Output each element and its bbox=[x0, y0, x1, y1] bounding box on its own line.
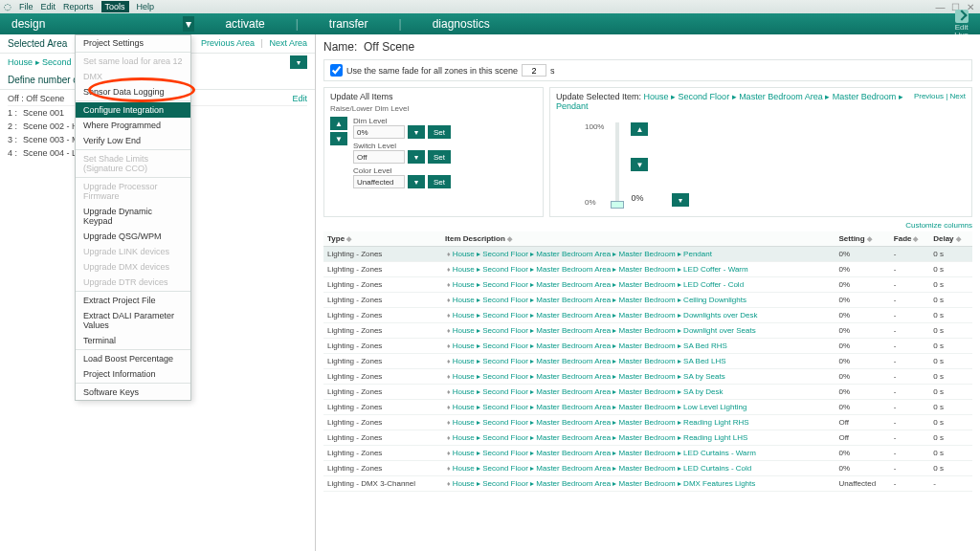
table-row[interactable]: Lighting - Zones♦House ▸ Second Floor ▸ … bbox=[323, 461, 972, 476]
bulb-icon: ♦ bbox=[445, 480, 453, 487]
app-icon: ◌ bbox=[4, 2, 11, 11]
area-dropdown[interactable]: ▾ bbox=[290, 55, 307, 69]
tools-menu-item[interactable]: Extract DALI Parameter Values bbox=[76, 308, 190, 333]
tools-menu-item[interactable]: Upgrade QSG/WPM bbox=[76, 229, 190, 244]
bulb-icon: ♦ bbox=[445, 266, 453, 273]
dim-level-label: Dim Level bbox=[353, 117, 399, 125]
tools-menu-item: Upgrade DMX devices bbox=[76, 259, 190, 275]
selected-area-label: Selected Area bbox=[8, 38, 67, 49]
table-row[interactable]: Lighting - Zones♦House ▸ Second Floor ▸ … bbox=[323, 354, 972, 369]
color-dropdown[interactable]: ▾ bbox=[408, 175, 425, 188]
tools-menu-item[interactable]: Upgrade Dynamic Keypad bbox=[76, 204, 190, 229]
tools-menu-item[interactable]: Where Programmed bbox=[76, 118, 190, 133]
menu-reports[interactable]: Reports bbox=[63, 2, 94, 11]
tools-menu-item[interactable]: Project Settings bbox=[76, 35, 190, 51]
prev-item-link[interactable]: Previous bbox=[914, 92, 944, 100]
design-dropdown[interactable]: ▾ bbox=[183, 16, 194, 32]
slider-lower-button[interactable]: ▼ bbox=[631, 158, 648, 171]
left-panel: Selected Area Previous Area | Next Area … bbox=[0, 34, 316, 551]
tools-menu-item[interactable]: Configure Integration bbox=[76, 102, 190, 118]
switch-level-select[interactable]: Off bbox=[353, 150, 405, 164]
dim-dropdown[interactable]: ▾ bbox=[408, 125, 425, 139]
menu-help[interactable]: Help bbox=[137, 2, 155, 11]
switch-level-label: Switch Level bbox=[353, 142, 399, 150]
table-row[interactable]: Lighting - Zones♦House ▸ Second Floor ▸ … bbox=[323, 385, 972, 400]
menu-edit[interactable]: Edit bbox=[41, 2, 56, 11]
switch-dropdown[interactable]: ▾ bbox=[408, 150, 425, 164]
slider-thumb[interactable] bbox=[611, 201, 624, 209]
next-area-link[interactable]: Next Area bbox=[269, 38, 307, 48]
tab-diagnostics[interactable]: diagnostics bbox=[433, 17, 490, 31]
level-slider[interactable] bbox=[615, 122, 619, 207]
area-breadcrumb[interactable]: House ▸ Second bbox=[8, 57, 72, 67]
bulb-icon: ♦ bbox=[445, 419, 453, 426]
prev-area-link[interactable]: Previous Area bbox=[201, 38, 255, 48]
bulb-icon: ♦ bbox=[445, 358, 453, 364]
update-all-title: Update All Items bbox=[330, 92, 537, 101]
update-selected-title: Update Selected Item: bbox=[556, 92, 641, 101]
col-fade[interactable]: Fade◆ bbox=[890, 231, 929, 247]
table-row[interactable]: Lighting - DMX 3-Channel♦House ▸ Second … bbox=[323, 476, 972, 492]
scene-off[interactable]: Off : Off Scene bbox=[8, 94, 64, 103]
bulb-icon: ♦ bbox=[445, 312, 453, 319]
tools-menu-item[interactable]: Project Information bbox=[76, 366, 190, 382]
col-delay[interactable]: Delay◆ bbox=[929, 231, 972, 247]
bulb-icon: ♦ bbox=[445, 342, 453, 349]
main-panel: Name: Off Scene Use the same fade for al… bbox=[316, 34, 980, 551]
same-fade-row: Use the same fade for all zones in this … bbox=[323, 59, 972, 81]
tools-menu-item[interactable]: Software Keys bbox=[76, 385, 190, 400]
col-type[interactable]: Type◆ bbox=[323, 231, 441, 247]
table-row[interactable]: Lighting - Zones♦House ▸ Second Floor ▸ … bbox=[323, 323, 972, 339]
table-row[interactable]: Lighting - Zones♦House ▸ Second Floor ▸ … bbox=[323, 430, 972, 446]
tools-menu-item[interactable]: Verify Low End bbox=[76, 133, 190, 148]
scene-edit-link[interactable]: Edit bbox=[292, 94, 307, 103]
zones-table: Type◆ Item Description◆ Setting◆ Fade◆ D… bbox=[323, 231, 972, 492]
raise-button[interactable]: ▲ bbox=[330, 117, 347, 130]
table-row[interactable]: Lighting - Zones♦House ▸ Second Floor ▸ … bbox=[323, 308, 972, 323]
table-row[interactable]: Lighting - Zones♦House ▸ Second Floor ▸ … bbox=[323, 400, 972, 415]
bulb-icon: ♦ bbox=[445, 297, 453, 303]
table-row[interactable]: Lighting - Zones♦House ▸ Second Floor ▸ … bbox=[323, 262, 972, 277]
tools-menu-item[interactable]: Terminal bbox=[76, 333, 190, 348]
dim-level-select[interactable]: 0% bbox=[353, 125, 405, 139]
tools-menu-item: DMX bbox=[76, 69, 190, 84]
col-setting[interactable]: Setting◆ bbox=[835, 231, 890, 247]
tools-menu-item[interactable]: Sensor Data Logging bbox=[76, 84, 190, 99]
customize-columns-link[interactable]: Customize columns bbox=[323, 221, 972, 230]
color-set-button[interactable]: Set bbox=[428, 175, 451, 188]
rss-icon bbox=[955, 10, 969, 23]
table-row[interactable]: Lighting - Zones♦House ▸ Second Floor ▸ … bbox=[323, 446, 972, 461]
menu-tools[interactable]: Tools bbox=[101, 1, 129, 12]
menu-file[interactable]: File bbox=[19, 2, 33, 11]
slider-value-dropdown[interactable]: ▾ bbox=[672, 193, 689, 207]
table-row[interactable]: Lighting - Zones♦House ▸ Second Floor ▸ … bbox=[323, 339, 972, 354]
tab-design[interactable]: design bbox=[11, 17, 45, 31]
tools-menu-item: Upgrade LINK devices bbox=[76, 244, 190, 259]
bulb-icon: ♦ bbox=[445, 404, 453, 410]
table-row[interactable]: Lighting - Zones♦House ▸ Second Floor ▸ … bbox=[323, 277, 972, 293]
col-desc[interactable]: Item Description◆ bbox=[441, 231, 835, 247]
bulb-icon: ♦ bbox=[445, 251, 453, 257]
bulb-icon: ♦ bbox=[445, 388, 453, 395]
bulb-icon: ♦ bbox=[445, 373, 453, 380]
same-fade-checkbox[interactable] bbox=[330, 64, 343, 77]
table-row[interactable]: Lighting - Zones♦House ▸ Second Floor ▸ … bbox=[323, 293, 972, 308]
color-level-select[interactable]: Unaffected bbox=[353, 175, 405, 188]
table-row[interactable]: Lighting - Zones♦House ▸ Second Floor ▸ … bbox=[323, 247, 972, 262]
lower-button[interactable]: ▼ bbox=[330, 132, 347, 145]
slider-raise-button[interactable]: ▲ bbox=[631, 122, 648, 136]
tools-menu-item[interactable]: Extract Project File bbox=[76, 293, 190, 308]
same-fade-value[interactable] bbox=[522, 64, 546, 77]
dim-set-button[interactable]: Set bbox=[428, 125, 451, 139]
page-title: Name: Off Scene bbox=[323, 40, 972, 54]
table-row[interactable]: Lighting - Zones♦House ▸ Second Floor ▸ … bbox=[323, 369, 972, 385]
slider-value-select[interactable]: 0% bbox=[631, 193, 669, 207]
table-row[interactable]: Lighting - Zones♦House ▸ Second Floor ▸ … bbox=[323, 415, 972, 430]
tools-menu-item[interactable]: Load Boost Percentage bbox=[76, 351, 190, 366]
bulb-icon: ♦ bbox=[445, 465, 453, 472]
next-item-link[interactable]: Next bbox=[950, 92, 966, 100]
bulb-icon: ♦ bbox=[445, 450, 453, 456]
switch-set-button[interactable]: Set bbox=[428, 150, 451, 164]
tab-transfer[interactable]: transfer bbox=[329, 17, 368, 31]
tab-activate[interactable]: activate bbox=[225, 17, 264, 31]
